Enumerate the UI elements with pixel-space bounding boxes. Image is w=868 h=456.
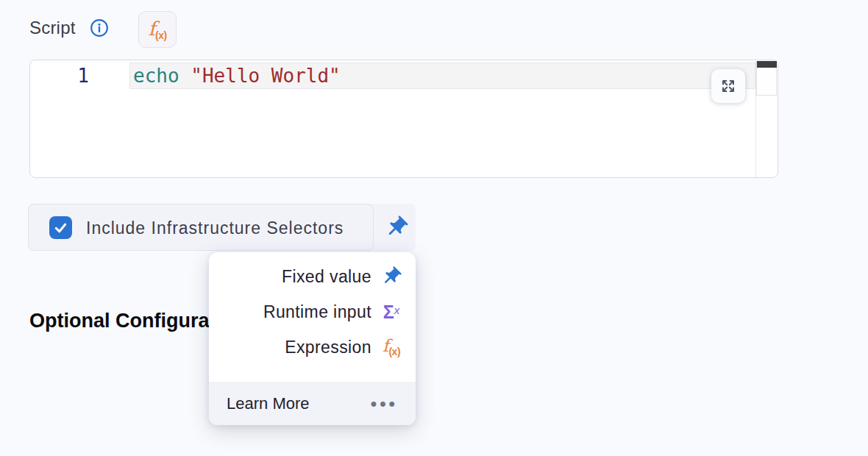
pin-icon [379, 264, 404, 289]
code-command-token: echo [133, 65, 179, 87]
menu-item-label: Runtime input [263, 302, 371, 322]
menu-item-label: Fixed value [282, 267, 371, 287]
optional-configuration-heading: Optional Configura [29, 310, 209, 332]
script-code-editor[interactable]: 1 echo "Hello World" [29, 60, 778, 178]
editor-scrollbar-thumb[interactable] [757, 61, 777, 68]
info-icon[interactable] [90, 18, 109, 38]
checkmark-icon [53, 220, 68, 235]
pin-icon [384, 215, 409, 240]
script-section-label: Script [29, 18, 76, 38]
menu-item-label: Expression [285, 338, 371, 357]
include-selectors-checkbox[interactable] [49, 216, 72, 239]
include-selectors-label: Include Infrastructure Selectors [86, 204, 344, 252]
menu-item-expression[interactable]: Expression f(x) [209, 329, 416, 365]
editor-line-number: 1 [30, 63, 89, 89]
sigma-x-icon: Σx [379, 299, 404, 324]
learn-more-label: Learn More [227, 394, 310, 413]
expression-toggle-button[interactable]: f(x) [138, 11, 177, 48]
expand-editor-button[interactable] [711, 69, 745, 103]
fx-icon: f(x) [379, 335, 404, 360]
editor-code-line[interactable]: echo "Hello World" [133, 63, 341, 89]
infrastructure-selectors-field: Include Infrastructure Selectors [28, 204, 374, 251]
code-string-token: "Hello World" [191, 65, 341, 87]
expand-icon [719, 77, 737, 95]
menu-item-runtime-input[interactable]: Runtime input Σx [209, 294, 416, 329]
more-options-icon: ••• [371, 395, 398, 413]
fx-icon: f(x) [148, 19, 166, 40]
value-type-pin-button[interactable] [383, 213, 410, 241]
value-type-menu: Fixed value Runtime input Σx Expression … [209, 252, 416, 425]
menu-item-fixed-value[interactable]: Fixed value [209, 259, 416, 294]
infrastructure-selectors-row: Include Infrastructure Selectors [28, 204, 416, 251]
learn-more-item[interactable]: Learn More ••• [209, 382, 416, 425]
